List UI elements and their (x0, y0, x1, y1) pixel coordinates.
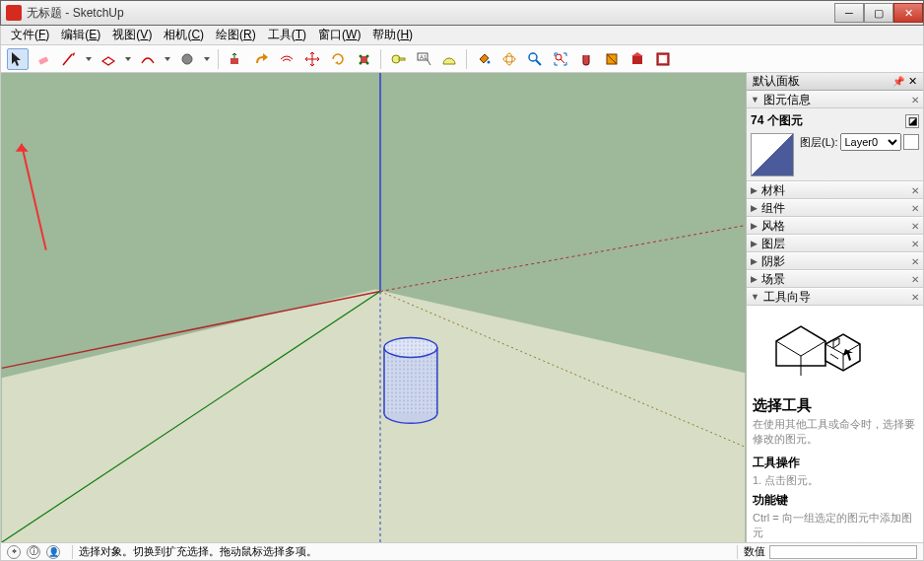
line-tool[interactable] (58, 48, 80, 70)
zoom-tool[interactable] (524, 48, 546, 70)
material-swatch[interactable] (751, 133, 794, 176)
section-close-icon[interactable]: ✕ (911, 256, 919, 267)
toolbar-separator (466, 49, 467, 69)
status-hint: 选择对象。切换到扩充选择。拖动鼠标选择多项。 (79, 544, 731, 559)
arc-tool-menu[interactable] (163, 48, 172, 70)
offset-tool[interactable] (276, 48, 297, 70)
section-styles[interactable]: ▶风格✕ (747, 217, 923, 235)
section-close-icon[interactable]: ✕ (911, 185, 919, 196)
line-tool-menu[interactable] (84, 48, 94, 70)
svg-point-12 (488, 60, 491, 63)
app-icon (6, 5, 22, 21)
instructor-fn-heading: 功能键 (753, 492, 917, 509)
zoom-extents-tool[interactable] (550, 48, 571, 70)
menu-tools[interactable]: 工具(T) (262, 26, 312, 44)
signin-icon[interactable]: 👤 (46, 545, 60, 559)
section-scenes[interactable]: ▶场景✕ (747, 270, 923, 288)
text-tool[interactable]: A1 (413, 48, 434, 70)
svg-point-14 (506, 53, 512, 65)
vcb-input[interactable] (769, 545, 917, 559)
arc-tool[interactable] (137, 48, 159, 70)
paint-bucket-tool[interactable] (473, 48, 495, 70)
svg-point-4 (360, 54, 363, 57)
move-tool[interactable] (301, 48, 323, 70)
toolbar-separator (380, 49, 381, 69)
entity-info-expand-icon[interactable]: ◪ (905, 114, 919, 128)
svg-text:A1: A1 (420, 54, 428, 60)
section-tool[interactable] (601, 48, 623, 70)
svg-point-36 (384, 337, 437, 357)
svg-point-5 (366, 54, 369, 57)
layout-button[interactable] (652, 48, 674, 70)
menu-view[interactable]: 视图(V) (106, 26, 158, 44)
section-shadows[interactable]: ▶阴影✕ (747, 252, 923, 270)
section-components[interactable]: ▶组件✕ (747, 199, 923, 217)
instructor-op-heading: 工具操作 (753, 455, 917, 471)
tray-pin-icon[interactable]: 📌 (892, 76, 904, 87)
menu-bar: 文件(F) 编辑(E) 视图(V) 相机(C) 绘图(R) 工具(T) 窗口(W… (0, 26, 924, 45)
entity-info-label: 图元信息 (763, 92, 811, 108)
entity-info-header[interactable]: ▼ 图元信息 ✕ (747, 91, 923, 108)
section-layers[interactable]: ▶图层✕ (747, 235, 923, 252)
window-titlebar: 无标题 - SketchUp ─ ▢ ✕ (0, 0, 924, 26)
section-close-icon[interactable]: ✕ (911, 221, 919, 232)
section-materials[interactable]: ▶材料✕ (747, 181, 923, 199)
section-close-icon[interactable]: ✕ (911, 274, 919, 285)
rotate-tool[interactable] (327, 48, 349, 70)
maximize-button[interactable]: ▢ (864, 3, 893, 23)
menu-camera[interactable]: 相机(C) (158, 26, 210, 44)
expand-icon: ▶ (751, 203, 758, 213)
close-button[interactable]: ✕ (893, 3, 923, 23)
menu-help[interactable]: 帮助(H) (366, 26, 419, 44)
section-close-icon[interactable]: ✕ (911, 203, 919, 214)
menu-edit[interactable]: 编辑(E) (55, 26, 106, 44)
tray-title: 默认面板 📌 ✕ (747, 73, 923, 91)
status-separator (72, 545, 73, 559)
instructor-fn-line: Shift+Ctrl = 从一组选定的图元中去掉某个图元 (753, 540, 917, 542)
protractor-tool[interactable] (438, 48, 460, 70)
instructor-desc: 在使用其他工具或命令时，选择要修改的图元。 (753, 417, 917, 447)
instructor-illustration (753, 312, 917, 390)
menu-draw[interactable]: 绘图(R) (210, 26, 262, 44)
tray-title-label: 默认面板 (753, 73, 800, 90)
minimize-button[interactable]: ─ (834, 3, 864, 23)
svg-point-13 (503, 56, 515, 62)
rectangle-tool[interactable] (98, 48, 119, 70)
toolbar-separator (218, 49, 219, 69)
rectangle-tool-menu[interactable] (123, 48, 133, 70)
section-instructor[interactable]: ▼工具向导✕ (747, 288, 923, 306)
credits-icon[interactable]: ⓘ (27, 545, 40, 559)
layer-label: 图层(L): (800, 135, 838, 150)
scale-tool[interactable] (353, 48, 374, 70)
instructor-fn-line: Ctrl = 向一组选定的图元中添加图元 (753, 511, 917, 540)
3d-warehouse-button[interactable] (627, 48, 648, 70)
svg-rect-20 (659, 55, 667, 63)
follow-me-tool[interactable] (250, 48, 272, 70)
menu-file[interactable]: 文件(F) (5, 26, 55, 44)
3d-viewport[interactable] (1, 73, 746, 542)
section-close-icon[interactable]: ✕ (911, 95, 919, 105)
section-close-icon[interactable]: ✕ (911, 292, 919, 303)
menu-window[interactable]: 窗口(W) (312, 26, 366, 44)
circle-tool[interactable] (176, 48, 198, 70)
walkthrough-tool[interactable] (575, 48, 597, 70)
main-area: 默认面板 📌 ✕ ▼ 图元信息 ✕ 74 个图元 ◪ 图层(L): Layer0 (0, 73, 924, 543)
svg-marker-29 (16, 144, 29, 152)
tray-close-icon[interactable]: ✕ (908, 75, 917, 88)
collapse-icon: ▼ (751, 292, 759, 302)
layer-select[interactable]: Layer0 (840, 133, 902, 151)
svg-line-25 (380, 226, 745, 292)
vcb-label: 数值 (744, 544, 765, 559)
window-controls: ─ ▢ ✕ (834, 3, 923, 23)
push-pull-tool[interactable] (225, 48, 246, 70)
tape-measure-tool[interactable] (387, 48, 409, 70)
eraser-tool[interactable] (33, 48, 54, 70)
status-separator (737, 545, 738, 559)
select-tool[interactable] (7, 48, 29, 70)
circle-tool-menu[interactable] (202, 48, 212, 70)
geolocation-icon[interactable]: ⌖ (7, 545, 21, 559)
svg-point-1 (182, 54, 192, 64)
orbit-tool[interactable] (498, 48, 520, 70)
section-close-icon[interactable]: ✕ (911, 239, 919, 249)
layer-color-chip[interactable] (903, 134, 919, 150)
